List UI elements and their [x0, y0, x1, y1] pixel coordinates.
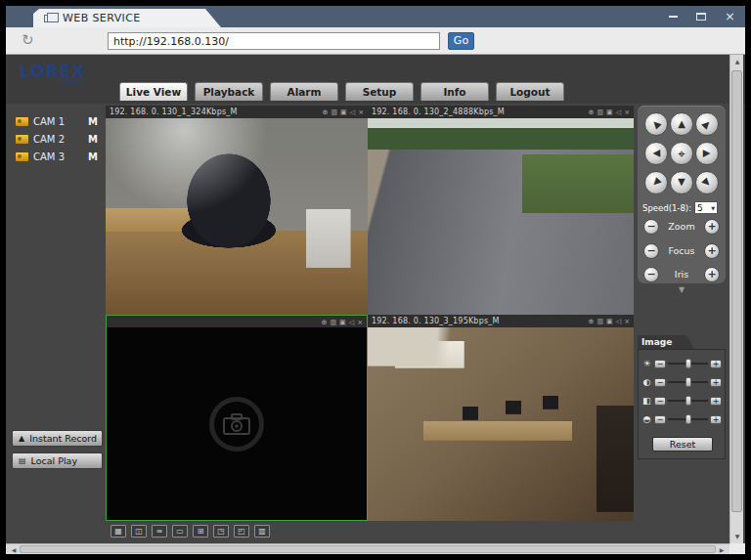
- stream-toggle[interactable]: M: [88, 116, 98, 127]
- local-record-icon[interactable]: ▥: [331, 107, 337, 118]
- speed-select[interactable]: 5 ▼: [694, 201, 718, 214]
- layout-eight-view-icon[interactable]: ◳: [213, 525, 229, 538]
- horizontal-scrollbar[interactable]: ◀ ▶: [6, 543, 729, 554]
- local-play-button[interactable]: ▤ Local Play: [12, 452, 103, 469]
- camera-feed-parking-lot[interactable]: [368, 118, 634, 315]
- contrast-slider[interactable]: [668, 381, 708, 383]
- saturation-minus-button[interactable]: −: [654, 397, 666, 406]
- focus-minus-button[interactable]: −: [643, 243, 659, 259]
- close-stream-icon[interactable]: ×: [624, 316, 630, 327]
- slider-thumb[interactable]: [685, 414, 691, 424]
- ptz-down-right-button[interactable]: ▲: [695, 171, 719, 194]
- local-record-icon[interactable]: ▥: [596, 316, 603, 327]
- snapshot-icon[interactable]: ▣: [606, 107, 613, 118]
- hue-slider[interactable]: [668, 418, 708, 420]
- minimize-icon[interactable]: [669, 16, 678, 18]
- layout-sixteen-view-icon[interactable]: ▥: [254, 525, 270, 538]
- ptz-scan-button[interactable]: ⌖: [670, 142, 693, 165]
- slider-thumb[interactable]: [685, 359, 691, 368]
- camera-feed-office[interactable]: [106, 118, 368, 315]
- camera-tree-item-2[interactable]: CAM 2 M: [6, 131, 106, 149]
- digital-zoom-icon[interactable]: ⊕: [589, 316, 595, 327]
- image-setup-tab[interactable]: Image Setup: [638, 335, 694, 349]
- digital-zoom-icon[interactable]: ⊕: [322, 317, 328, 328]
- layout-fluency-icon[interactable]: ▦: [110, 525, 126, 538]
- saturation-slider[interactable]: [668, 400, 708, 402]
- layout-single-view-icon[interactable]: ▭: [172, 525, 188, 538]
- digital-zoom-icon[interactable]: ⊕: [323, 107, 329, 118]
- brightness-slider[interactable]: [668, 363, 708, 365]
- ptz-right-button[interactable]: ▲: [695, 142, 719, 165]
- close-stream-icon[interactable]: ×: [358, 107, 364, 118]
- ptz-down-left-button[interactable]: ▲: [644, 171, 668, 194]
- snapshot-icon[interactable]: ▣: [606, 316, 613, 327]
- ptz-up-left-button[interactable]: ▲: [644, 112, 668, 136]
- layout-quad-view-icon[interactable]: ⊞: [193, 525, 208, 538]
- instant-record-button[interactable]: ▲ Instant Record: [12, 430, 103, 447]
- horizontal-scroll-thumb[interactable]: [20, 545, 716, 553]
- stream-toggle[interactable]: M: [88, 151, 98, 162]
- contrast-minus-button[interactable]: −: [654, 378, 666, 387]
- tab-live-view[interactable]: Live View: [119, 82, 188, 101]
- audio-icon[interactable]: ◁: [616, 107, 621, 118]
- maximize-icon[interactable]: [696, 13, 706, 21]
- browser-tab[interactable]: WEB SERVICE: [33, 9, 221, 27]
- layout-latency-icon[interactable]: ≡: [152, 525, 167, 538]
- close-icon[interactable]: ×: [725, 12, 735, 22]
- saturation-plus-button[interactable]: +: [710, 397, 722, 406]
- video-cell-2[interactable]: 192. 168. 0. 130_2_4888Kbps_M ⊕ ▥ ▣ ◁ ×: [368, 106, 634, 315]
- video-cell-4[interactable]: 192. 168. 0. 130_3_195Kbps_M ⊕ ▥ ▣ ◁ ×: [368, 315, 634, 521]
- camera-feed-office-room[interactable]: [368, 327, 634, 521]
- focus-plus-button[interactable]: +: [704, 243, 720, 259]
- video-cell-1[interactable]: 192. 168. 0. 130_1_324Kbps_M ⊕ ▥ ▣ ◁ ×: [106, 106, 368, 315]
- contrast-plus-button[interactable]: +: [710, 378, 722, 387]
- layout-quality-icon[interactable]: ◫: [131, 525, 147, 538]
- vertical-scrollbar[interactable]: ▲ ▼: [729, 55, 743, 543]
- slider-thumb[interactable]: [685, 396, 691, 406]
- iris-minus-button[interactable]: −: [643, 267, 659, 282]
- local-record-icon[interactable]: ▥: [596, 107, 603, 118]
- ptz-up-button[interactable]: ▲: [670, 112, 693, 136]
- audio-icon[interactable]: ◁: [350, 107, 355, 118]
- ptz-left-button[interactable]: ▲: [644, 142, 668, 165]
- close-stream-icon[interactable]: ×: [357, 317, 363, 328]
- refresh-icon[interactable]: ↻: [22, 31, 34, 49]
- tab-logout[interactable]: Logout: [496, 82, 564, 101]
- snapshot-icon[interactable]: ▣: [339, 317, 346, 328]
- ptz-up-right-button[interactable]: ▲: [695, 112, 719, 136]
- audio-icon[interactable]: ◁: [616, 316, 621, 327]
- audio-icon[interactable]: ◁: [349, 317, 354, 328]
- camera-tree-item-3[interactable]: CAM 3 M: [6, 149, 106, 166]
- tab-alarm[interactable]: Alarm: [270, 82, 338, 101]
- camera-feed-empty[interactable]: [107, 327, 367, 520]
- ptz-down-button[interactable]: ▲: [670, 171, 693, 194]
- go-button[interactable]: Go: [448, 32, 474, 50]
- hue-plus-button[interactable]: +: [710, 415, 722, 424]
- tab-setup[interactable]: Setup: [345, 82, 414, 101]
- hue-minus-button[interactable]: −: [654, 415, 666, 424]
- scroll-right-icon[interactable]: ▶: [716, 544, 728, 555]
- tab-info[interactable]: Info: [420, 82, 489, 101]
- collapse-panel-icon[interactable]: ▼: [638, 285, 726, 294]
- reset-button[interactable]: Reset: [652, 437, 713, 452]
- iris-plus-button[interactable]: +: [704, 267, 720, 282]
- close-stream-icon[interactable]: ×: [624, 107, 630, 118]
- url-input[interactable]: [108, 32, 440, 50]
- slider-thumb[interactable]: [685, 377, 691, 387]
- vertical-scroll-thumb[interactable]: [731, 70, 742, 512]
- zoom-minus-button[interactable]: −: [643, 219, 659, 235]
- scroll-up-icon[interactable]: ▲: [730, 55, 744, 68]
- digital-zoom-icon[interactable]: ⊕: [589, 107, 595, 118]
- tab-playback[interactable]: Playback: [195, 82, 263, 101]
- scroll-down-icon[interactable]: ▼: [730, 530, 744, 543]
- video-cell-3[interactable]: ⊕ ▥ ▣ ◁ ×: [106, 315, 368, 521]
- camera-tree-item-1[interactable]: CAM 1 M: [6, 113, 106, 131]
- layout-nine-view-icon[interactable]: ◰: [234, 525, 249, 538]
- scroll-left-icon[interactable]: ◀: [8, 544, 20, 555]
- zoom-plus-button[interactable]: +: [704, 219, 720, 235]
- brightness-plus-button[interactable]: +: [710, 360, 722, 368]
- snapshot-icon[interactable]: ▣: [340, 107, 347, 118]
- stream-toggle[interactable]: M: [88, 134, 98, 145]
- local-record-icon[interactable]: ▥: [330, 317, 336, 328]
- brightness-minus-button[interactable]: −: [654, 360, 666, 368]
